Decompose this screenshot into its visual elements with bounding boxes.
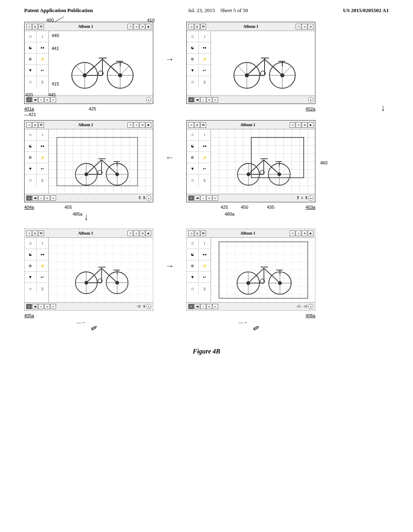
- bottom-num-405a: -10 5̄: [136, 305, 145, 308]
- topbar-icon-402a-2: ▥: [194, 24, 200, 29]
- bicon-5: W: [50, 97, 56, 102]
- label-421: —421: [24, 112, 36, 117]
- bottombar-402a: B ☎ S M W ●: [187, 96, 315, 104]
- label-455: 455: [65, 205, 72, 210]
- main-content: 400 410 ◎ ▥ 🎞 Album 1: [0, 14, 413, 363]
- main-402a: [211, 31, 315, 96]
- topbar-left-402a: ◎ ▥ 🎞: [188, 24, 206, 29]
- svg-line-153: [86, 268, 102, 283]
- panel-406a: ◎ ▥ 🎞 Album 1 ⊡ ◎ ⊠ ▣: [186, 229, 315, 311]
- bottom-num-403a: 5̄ 0 δ̄: [297, 196, 307, 200]
- bicon-1: B: [26, 97, 32, 102]
- topbar-title-401a: Album 1: [45, 24, 127, 29]
- sc-5-2: |||: [37, 76, 48, 87]
- bicon-3: S: [38, 97, 44, 102]
- topbar-icon-1: ◎: [26, 24, 32, 29]
- main-401a: [49, 31, 153, 96]
- cursor-405a-arrow: ---→: [77, 320, 86, 325]
- svg-line-29: [247, 59, 265, 75]
- sidebar-401a: ☆ ↕ ☯ ●● ⚙ ⚡ ▼: [25, 31, 49, 96]
- panels-row-2: ◎ ▥ 🎞 Album 1 ⊡ ◎ ⊠ ▣: [24, 120, 389, 202]
- topbar-ricon-2: ◎: [133, 24, 139, 29]
- publication-label: Patent Application Publication: [24, 7, 93, 14]
- figure-label: Figure 4B: [24, 348, 389, 355]
- label-450: 450: [241, 205, 248, 210]
- topbar-404a: ◎ ▥ 🎞 Album 1 ⊡ ◎ ⊠ ▣: [25, 121, 153, 129]
- topbar-icon-3: 🎞: [38, 24, 44, 29]
- sidebar-402a: ☆ ↕ ☯ ●● ⚙ ⚡ ▼: [187, 31, 211, 96]
- bicycle-svg-403a: [227, 135, 299, 188]
- topbar-403a: ◎ ▥ 🎞 Album 1 ⊡ ◎ ⊠ ▣: [187, 121, 315, 129]
- sidebar-row-4: ▼ ↩: [25, 65, 48, 76]
- topbar-icon-402a-3: 🎞: [200, 24, 206, 29]
- panel-401a: ◎ ▥ 🎞 Album 1 ⊡ ◎ ⊠ ▣: [24, 22, 153, 104]
- svg-line-4: [85, 59, 102, 75]
- topbar-icon-402a-1: ◎: [188, 24, 194, 29]
- bottombar-401a: B ☎ S M W ●: [25, 96, 153, 104]
- svg-line-24: [120, 66, 129, 75]
- label-415: 415: [52, 81, 59, 86]
- sc-1-2: ↕: [37, 31, 48, 42]
- label-425-mid: 425: [221, 205, 228, 210]
- patent-number: US 2015/0205502 A1: [343, 7, 389, 14]
- arrow-down-1: ↓: [381, 102, 386, 113]
- panel-404a-wrapper: ◎ ▥ 🎞 Album 1 ⊡ ◎ ⊠ ▣: [24, 120, 153, 202]
- cursor-406a-arrow: ---→: [239, 320, 248, 325]
- svg-line-193: [248, 268, 264, 283]
- arrow-row2: ←: [165, 152, 174, 163]
- svg-line-17: [76, 66, 85, 75]
- svg-line-43: [247, 66, 256, 75]
- label-440: 440: [52, 33, 59, 38]
- panel-405a-wrapper: ◎ ▥ 🎞 Album 1 ⊡ ◎ ⊠ ▣: [24, 229, 153, 311]
- topbar-402a: ◎ ▥ 🎞 Album 1 ⊡ ◎ ⊠: [187, 22, 315, 31]
- panel-406a-wrapper: ◎ ▥ 🎞 Album 1 ⊡ ◎ ⊠ ▣: [186, 229, 315, 311]
- topbar-right-402a: ⊡ ◎ ⊠: [296, 24, 313, 29]
- bottom-num-404a: 5̄ δ̄: [139, 196, 145, 200]
- label-401a: 401a: [24, 106, 34, 111]
- sc-4-2: ↩: [37, 65, 48, 76]
- bicycle-svg-406a: [226, 244, 300, 296]
- topbar-405a: ◎ ▥ 🎞 Album 1 ⊡ ◎ ⊠ ▣: [25, 229, 153, 238]
- arrow-row3: →: [165, 261, 174, 271]
- panel-402a: ◎ ▥ 🎞 Album 1 ⊡ ◎ ⊠: [186, 22, 315, 104]
- main-403a: [211, 129, 315, 194]
- sc-5-1: ☆: [25, 76, 37, 87]
- topbar-401a: ◎ ▥ 🎞 Album 1 ⊡ ◎ ⊠ ▣: [25, 22, 153, 31]
- panels-row-1: ◎ ▥ 🎞 Album 1 ⊡ ◎ ⊠ ▣: [24, 22, 389, 104]
- svg-line-42: [238, 66, 247, 75]
- topbar-icon-2: ▥: [32, 24, 38, 29]
- main-405a: [49, 238, 153, 302]
- label-435: 435: [267, 205, 274, 210]
- date-sheet: Jul. 23, 2015 Sheet 5 of 50: [188, 7, 248, 14]
- phone-body-402a: ☆ ↕ ☯ ●● ⚙ ⚡ ▼: [187, 31, 315, 96]
- label-402a: 402a: [306, 106, 315, 111]
- label-480a: 480a: [225, 212, 234, 216]
- bicycle-svg-402a: [223, 35, 303, 91]
- topbar-406a: ◎ ▥ 🎞 Album 1 ⊡ ◎ ⊠ ▣: [187, 229, 315, 238]
- topbar-ricon-1: ⊡: [127, 24, 133, 29]
- panel-402a-wrapper: ◎ ▥ 🎞 Album 1 ⊡ ◎ ⊠: [186, 22, 315, 104]
- sidebar-row-5: ☆ |||: [25, 76, 48, 87]
- label-425-top: 425: [89, 106, 96, 111]
- main-406a: [211, 238, 315, 302]
- panel-405a: ◎ ▥ 🎞 Album 1 ⊡ ◎ ⊠ ▣: [24, 229, 153, 311]
- topbar-ricon-4: ▣: [146, 24, 151, 29]
- bottombar-circle-401a: ●: [146, 97, 151, 102]
- bicycle-svg-401a: [60, 35, 141, 91]
- bottom-icons-401a: B ☎ S M W: [26, 97, 56, 102]
- sidebar-row-1: ☆ ↕: [25, 31, 48, 42]
- panels-row-3: ◎ ▥ 🎞 Album 1 ⊡ ◎ ⊠ ▣: [24, 229, 389, 311]
- svg-line-154: [102, 268, 117, 283]
- label-460: 460: [320, 160, 327, 165]
- svg-line-74: [86, 160, 102, 175]
- main-404a: [49, 129, 153, 194]
- sc-3-1: ⚙: [25, 54, 37, 64]
- topbar-left-icons: ◎ ▥ 🎞: [26, 24, 44, 29]
- sc-2-1: ☯: [25, 42, 37, 53]
- panel-404a: ◎ ▥ 🎞 Album 1 ⊡ ◎ ⊠ ▣: [24, 120, 153, 202]
- topbar-ricon-3: ⊠: [140, 24, 145, 29]
- page-header: Patent Application Publication Jul. 23, …: [0, 0, 413, 14]
- bicycle-svg-405a: [65, 244, 137, 296]
- arrow-row1: →: [165, 54, 174, 64]
- phone-body-401a: ☆ ↕ ☯ ●● ⚙ ⚡ ▼: [25, 31, 153, 96]
